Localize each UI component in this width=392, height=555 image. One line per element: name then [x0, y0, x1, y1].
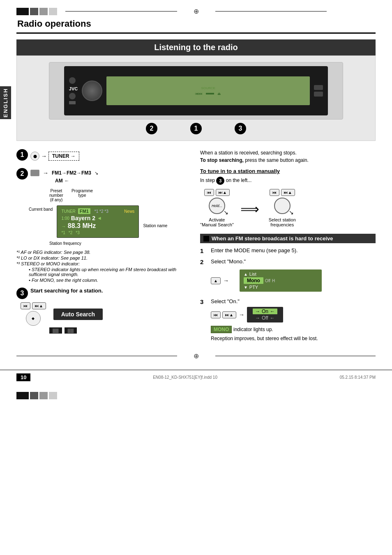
bar-dark	[30, 8, 38, 15]
mono-select-row: ▲ → ▲ List	[211, 267, 322, 294]
prog-label-col: Programme type	[71, 189, 93, 202]
title-underline	[16, 32, 376, 34]
manual-next-btn[interactable]: ⏭▲	[216, 189, 230, 196]
pty-row: ▼ PTY	[244, 285, 275, 290]
preset-label3: (if any)	[49, 198, 63, 202]
ctrl-btn-2	[314, 92, 323, 97]
next-btn[interactable]: ⏭▲	[32, 302, 46, 309]
fm-step-3-content: Select "On." ⏮ ⏭▲	[211, 298, 318, 342]
fm-bands-text: FM1→FM2→FM3	[52, 170, 91, 176]
preset-label-col: Preset number (if any)	[49, 189, 63, 202]
step-2-circle: 2	[16, 168, 28, 180]
manual-prev-icon: ⏮	[207, 190, 211, 195]
reception-text: Reception improves, but stereo effect wi…	[211, 335, 318, 342]
fm-step-3-text: Select "On."	[211, 298, 240, 304]
fm-step-1-text: Enter the MODE menu (see page 5).	[211, 247, 298, 253]
fm-step-3-num: 3	[200, 298, 208, 305]
step-3-circle: 3	[16, 288, 28, 299]
bottom-labels: Station frequency	[49, 241, 192, 246]
step-3-text: Start searching for a station.	[30, 288, 103, 294]
onoff-next-btn[interactable]: ⏭▲	[222, 311, 236, 318]
onoff-prev-btn[interactable]: ⏮	[211, 311, 221, 318]
manual-dial: Hold...	[209, 198, 225, 214]
band-display: TUNER FM1 *1 *2 *3 News 1:00 Bayern 2 ◄	[57, 205, 139, 238]
dial-arrow: ↘	[224, 209, 228, 216]
station-row: 1:00 Bayern 2 ◄	[61, 215, 134, 221]
indicator-row: *1 *2 *3	[95, 209, 108, 214]
mono-selected-item: Mono	[244, 277, 263, 284]
left-column: 1 ⬤ → TUNER →	[16, 149, 192, 346]
ctrl-btn-1	[314, 85, 323, 90]
fm-section: When an FM stereo broadcast is hard to r…	[200, 234, 376, 342]
footnote-3: *³ STEREO or MONO indicator:	[16, 261, 192, 266]
device-right-controls	[314, 85, 323, 97]
top-rule-left	[65, 11, 177, 12]
bottom-rule-right	[215, 356, 376, 356]
off-label: Off	[262, 315, 268, 321]
english-sidebar: ENGLISH	[0, 86, 11, 119]
activate-label: Activate "Manual Search"	[200, 217, 234, 227]
nav-btns-freq: ⏮ ⏭▲	[270, 189, 295, 196]
step-circle-2-overlay: 2	[146, 123, 157, 134]
step-circle-1-overlay: 1	[190, 123, 202, 134]
fm-step-1-num: 1	[200, 247, 208, 254]
arrow-band: →	[43, 170, 48, 176]
source-indicator: SOURCE	[195, 86, 221, 90]
page-bottom: 10 EN08-12_KD-SHX751[EY]f.indd 10 05.2.1…	[0, 370, 392, 385]
stop-searching-cont: press the same button again.	[245, 157, 309, 163]
prev-track: ⏮⏭	[195, 92, 203, 96]
on-label: On	[262, 309, 268, 314]
list-item: List	[249, 272, 256, 276]
freq-next-btn[interactable]: ⏭▲	[281, 189, 295, 196]
display-with-labels: Current band TUNER FM1 *1 *2 *3 News 1:0…	[29, 203, 192, 240]
footnote-indicators: *1 *2 *3	[61, 230, 134, 235]
mono-h-label: H	[272, 279, 275, 283]
am-band-row: AM ←	[55, 178, 192, 184]
mono-nav-btns: ▲	[211, 277, 221, 284]
fm-step-1: 1 Enter the MODE menu (see page 5).	[200, 247, 376, 254]
display-controls: ⏮⏭ ⏏	[195, 92, 221, 96]
device-display: SOURCE ⏮⏭ ⏏	[106, 76, 310, 105]
manual-tune-section: To tune in to a station manually In step…	[200, 168, 376, 227]
freq-prev-icon: ⏮	[272, 190, 277, 195]
mono-arrow-right: →	[223, 277, 229, 284]
news-label: News	[124, 209, 134, 214]
section-banner: Listening to the radio	[16, 39, 376, 55]
mono-prev-btn[interactable]: ▲	[211, 277, 221, 284]
indicator-2: *2	[69, 230, 72, 235]
freq-arrow: →	[61, 224, 66, 229]
fm-step-2-content: Select "Mono." ▲ →	[211, 258, 322, 294]
top-rule-right	[215, 11, 327, 12]
select-arrow: ◄	[97, 215, 102, 221]
footnote-3a: • STEREO indicator lights up when receiv…	[16, 267, 192, 277]
display-area: Preset number (if any) Programme type Cu…	[29, 189, 192, 246]
next-icon: ⏭▲	[35, 304, 43, 308]
prog-label: Programme	[71, 189, 93, 193]
nav-pair-row: ⏮ ⏭▲	[21, 302, 46, 309]
freq-prev-btn[interactable]: ⏮	[270, 189, 279, 196]
searching-stops-text: When a station is received, searching st…	[200, 149, 376, 164]
knob-indicator: ◆	[32, 316, 35, 320]
preset-label2: number	[49, 193, 63, 198]
manual-next-icon: ⏭▲	[219, 190, 227, 195]
footnote-2: *² LO or DX indicator: See page 11.	[16, 256, 192, 260]
onoff-prev-icon: ⏮	[214, 313, 218, 317]
bottom-file-info: EN08-12_KD-SHX751[EY]f.indd 10	[153, 375, 217, 380]
on-select-arrow: ←	[270, 309, 275, 314]
prev-btn[interactable]: ⏮	[21, 302, 30, 309]
current-band-label: Current band	[29, 203, 53, 212]
bot-bar-light	[49, 392, 57, 399]
bottom-crosshair-row: ⊕	[0, 350, 392, 362]
band-button	[69, 101, 76, 104]
manual-tune-diagram: ⏮ ⏭▲ Hold... ↘	[200, 189, 376, 227]
manual-prev-btn[interactable]: ⏮	[204, 189, 214, 196]
search-indicator-2: ▓▓	[65, 327, 77, 334]
back-button	[69, 93, 76, 99]
list-row: ▲ List	[244, 272, 275, 276]
two-column-layout: 1 ⬤ → TUNER →	[16, 149, 376, 346]
fm-label: FM1	[78, 208, 90, 214]
arrow-1: →	[41, 153, 47, 159]
black-square-icon	[203, 236, 209, 242]
manual-step-ref: In step 3 on the left...	[200, 177, 376, 185]
eject: ⏏	[217, 92, 221, 96]
